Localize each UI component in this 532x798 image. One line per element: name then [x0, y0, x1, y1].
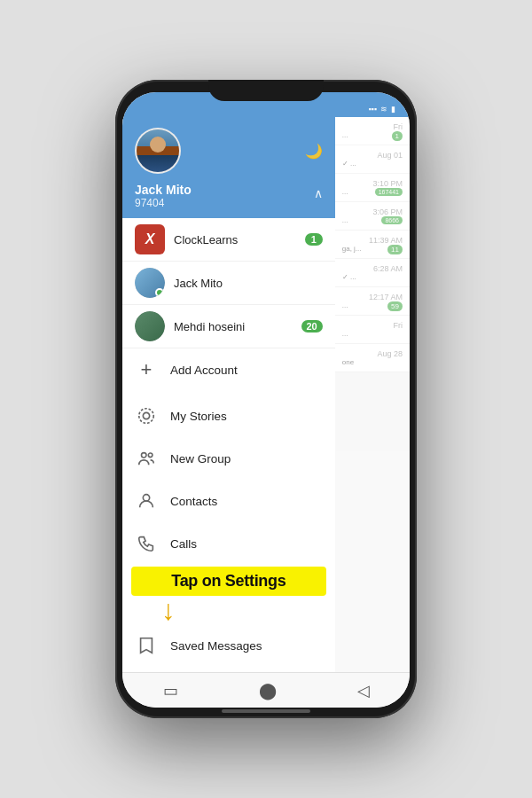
chat-item-7: 12:17 AM 59 ...: [335, 287, 410, 316]
signal-icon: ▪▪▪: [368, 105, 377, 113]
svg-point-4: [143, 495, 149, 501]
chat-preview-5: ga, j...: [342, 245, 387, 253]
account-item-mehdi[interactable]: Mehdi hoseini 20: [122, 305, 335, 348]
new-group-label: New Group: [170, 452, 231, 466]
chat-preview-8: ...: [342, 330, 403, 338]
nav-back-icon[interactable]: ◁: [357, 681, 370, 700]
saved-messages-label: Saved Messages: [170, 639, 262, 653]
nav-home-icon[interactable]: ⬤: [259, 681, 277, 700]
chat-item-6: 6:28 AM ✓ ...: [335, 259, 410, 287]
chat-time-4: 3:06 PM: [342, 207, 403, 216]
chat-time-1: Fri: [342, 122, 403, 131]
battery-icon: ▮: [391, 105, 395, 113]
chat-preview-2: ✓ ...: [342, 160, 403, 168]
account-item-clocklearns[interactable]: X ClockLearns 1: [122, 218, 335, 262]
menu-item-calls[interactable]: Calls: [122, 522, 335, 565]
account-badge-mehdi: 20: [301, 320, 323, 332]
avatar-mehdi: [135, 311, 165, 341]
chevron-up-icon[interactable]: ∧: [314, 186, 323, 200]
home-indicator: [222, 709, 310, 713]
add-account-item[interactable]: + Add Account: [122, 348, 335, 391]
chat-item-4: 3:06 PM 8666 ...: [335, 202, 410, 231]
chat-time-6: 6:28 AM: [342, 264, 403, 273]
avatar[interactable]: [135, 128, 181, 174]
chat-item-3: 3:10 PM 167441 ...: [335, 174, 410, 202]
chat-preview-6: ✓ ...: [342, 273, 403, 281]
clocklearns-logo: X: [135, 224, 165, 254]
group-icon: [135, 447, 158, 470]
phone-frame: ▪▪▪ ≋ ▮ 🌙: [115, 80, 417, 718]
chat-item-1: Fri 1 ...: [335, 117, 410, 145]
chat-item-8: Fri ...: [335, 316, 410, 344]
chat-item-2: Aug 01 ✓ ...: [335, 145, 410, 174]
online-dot-jackmito: [155, 288, 164, 297]
avatar-jackmito: [135, 268, 165, 298]
tap-on-settings-highlight: Tap on Settings: [131, 567, 326, 596]
menu-item-my-stories[interactable]: My Stories: [122, 395, 335, 437]
svg-point-3: [148, 453, 153, 458]
svg-point-2: [142, 453, 147, 458]
contacts-icon: [135, 489, 158, 512]
plus-icon: +: [135, 358, 158, 381]
account-name-clocklearns: ClockLearns: [174, 233, 305, 246]
chat-time-3: 3:10 PM: [342, 179, 403, 188]
svg-point-0: [143, 412, 149, 419]
menu-item-settings[interactable]: Settings: [122, 667, 335, 672]
screen-content: 🌙 Jack Mito 97404 ∧ X Cloc: [122, 117, 410, 672]
drawer: 🌙 Jack Mito 97404 ∧ X Cloc: [122, 117, 335, 672]
phone-wrapper: ▪▪▪ ≋ ▮ 🌙: [0, 0, 532, 798]
wifi-icon: ≋: [380, 105, 387, 113]
bottom-nav-bar: ▭ ⬤ ◁: [122, 672, 410, 708]
chat-time-2: Aug 01: [342, 151, 403, 160]
moon-icon: 🌙: [305, 143, 323, 160]
chat-preview-9: one: [342, 358, 403, 366]
phone-screen: ▪▪▪ ≋ ▮ 🌙: [122, 92, 410, 708]
chat-panel: Fri 1 ... Aug 01 ✓ ... 3:10 PM 167441 ..…: [335, 117, 410, 672]
chat-preview-3: ...: [342, 188, 375, 196]
menu-item-new-group[interactable]: New Group: [122, 437, 335, 480]
menu-item-contacts[interactable]: Contacts: [122, 480, 335, 522]
bookmark-icon: [135, 634, 158, 657]
chat-time-7: 12:17 AM: [342, 293, 403, 301]
highlight-text: Tap on Settings: [171, 572, 286, 591]
stories-icon: [135, 404, 158, 427]
chat-preview-7: ...: [342, 301, 387, 309]
account-name-mehdi: Mehdi hoseini: [174, 320, 301, 333]
my-stories-label: My Stories: [170, 410, 227, 423]
notch: [208, 80, 324, 101]
arrow-down-icon: ↓: [161, 596, 176, 624]
drawer-header: 🌙 Jack Mito 97404 ∧: [122, 117, 335, 218]
menu-item-saved-messages[interactable]: Saved Messages: [122, 624, 335, 667]
calls-icon: [135, 532, 158, 555]
profile-name: Jack Mito: [135, 183, 192, 197]
account-name-jackmito: Jack Mito: [174, 277, 323, 290]
account-item-jackmito[interactable]: Jack Mito: [122, 262, 335, 305]
account-badge-clocklearns: 1: [305, 233, 323, 246]
profile-section: 🌙: [135, 128, 323, 174]
contacts-label: Contacts: [170, 495, 217, 508]
chat-item-5: 11:39 AM 11 ga, j...: [335, 231, 410, 259]
status-icons: ▪▪▪ ≋ ▮: [368, 105, 395, 113]
chat-time-5: 11:39 AM: [342, 236, 403, 245]
chat-item-9: Aug 28 one: [335, 344, 410, 372]
profile-number: 97404: [135, 197, 192, 209]
chat-time-8: Fri: [342, 321, 403, 330]
chat-preview-1: ...: [342, 131, 392, 139]
calls-label: Calls: [170, 537, 197, 551]
svg-point-1: [139, 409, 154, 424]
nav-square-icon[interactable]: ▭: [163, 681, 178, 700]
profile-row: Jack Mito 97404 ∧: [135, 177, 323, 209]
add-account-label: Add Account: [170, 364, 238, 377]
arrow-container: ↓: [122, 598, 335, 624]
chat-preview-4: ...: [342, 216, 382, 224]
chat-time-9: Aug 28: [342, 349, 403, 358]
